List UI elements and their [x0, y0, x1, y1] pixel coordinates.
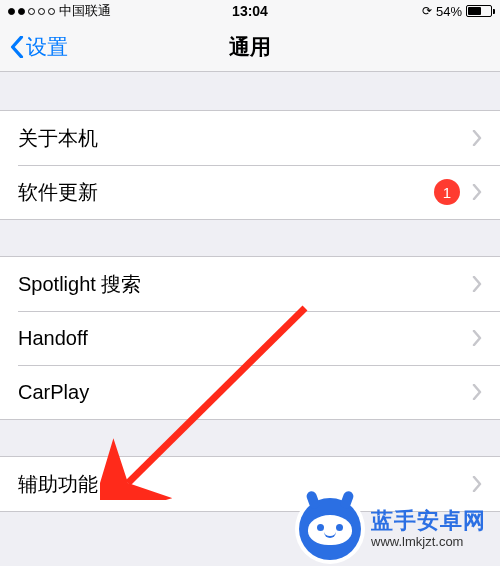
orientation-lock-icon: ⟳ — [422, 4, 432, 18]
signal-strength-icon — [8, 8, 55, 15]
chevron-right-icon — [472, 384, 482, 400]
row-about[interactable]: 关于本机 — [0, 111, 500, 165]
status-right: ⟳ 54% — [422, 4, 492, 19]
chevron-right-icon — [472, 184, 482, 200]
row-label: 关于本机 — [18, 125, 472, 152]
list-group-features: Spotlight 搜索 Handoff CarPlay — [0, 256, 500, 420]
battery-icon — [466, 5, 492, 17]
row-spotlight[interactable]: Spotlight 搜索 — [0, 257, 500, 311]
row-carplay[interactable]: CarPlay — [0, 365, 500, 419]
nav-bar: 设置 通用 — [0, 22, 500, 72]
row-accessibility[interactable]: 辅助功能 — [0, 457, 500, 511]
chevron-right-icon — [472, 476, 482, 492]
carrier-label: 中国联通 — [59, 2, 111, 20]
row-handoff[interactable]: Handoff — [0, 311, 500, 365]
row-label: 辅助功能 — [18, 471, 472, 498]
chevron-right-icon — [472, 276, 482, 292]
clock-label: 13:04 — [232, 3, 268, 19]
list-group-accessibility: 辅助功能 — [0, 456, 500, 512]
chevron-right-icon — [472, 130, 482, 146]
row-software-update[interactable]: 软件更新 1 — [0, 165, 500, 219]
status-left: 中国联通 — [8, 2, 111, 20]
row-label: 软件更新 — [18, 179, 434, 206]
chevron-right-icon — [472, 330, 482, 346]
row-label: Handoff — [18, 327, 472, 350]
back-label: 设置 — [26, 33, 68, 61]
list-group-device: 关于本机 软件更新 1 — [0, 110, 500, 220]
chevron-left-icon — [10, 36, 24, 58]
back-button[interactable]: 设置 — [10, 33, 68, 61]
row-label: CarPlay — [18, 381, 472, 404]
row-label: Spotlight 搜索 — [18, 271, 472, 298]
watermark-url: www.lmkjzt.com — [371, 534, 486, 550]
update-badge: 1 — [434, 179, 460, 205]
page-title: 通用 — [229, 33, 271, 61]
battery-fill — [468, 7, 481, 15]
watermark-text: 蓝手安卓网 www.lmkjzt.com — [371, 508, 486, 550]
status-bar: 中国联通 13:04 ⟳ 54% — [0, 0, 500, 22]
battery-percent-label: 54% — [436, 4, 462, 19]
